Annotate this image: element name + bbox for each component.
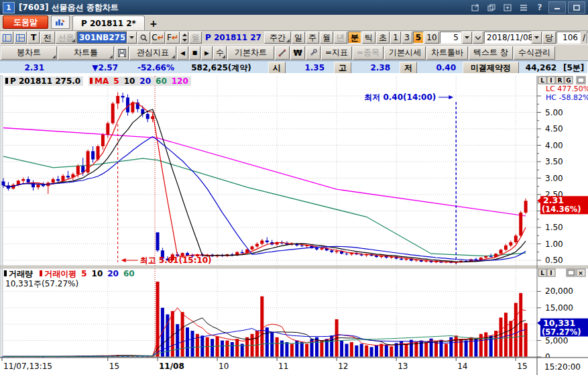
svg-text:5.00: 5.00	[545, 108, 563, 117]
svg-text:최고 5.61(15:10): 최고 5.61(15:10)	[140, 256, 212, 265]
date-dropdown-button[interactable]	[532, 32, 542, 44]
future-option-button[interactable]: F↵	[166, 32, 180, 44]
chart-plot-area[interactable]: 최고 5.61(15:10)최저 0.40(14:00)5.004.504.00…	[0, 73, 588, 375]
price-pane-legend: P 201811 275.0 MA5102060120	[4, 76, 194, 86]
candle-chart-button[interactable]: 봉차트	[1, 46, 57, 60]
period-day-button[interactable]: 일	[292, 32, 305, 44]
copy-window-icon[interactable]	[485, 2, 498, 13]
svg-text:1.00: 1.00	[545, 239, 563, 249]
seonop-button[interactable]: 선옵	[56, 32, 76, 44]
vma5-label: 5	[81, 269, 86, 278]
period-tick-button[interactable]: 틱	[362, 32, 375, 44]
volume-label: 거래량	[9, 269, 33, 278]
svg-text:I: I	[550, 270, 552, 276]
svg-text:10,331: 10,331	[543, 318, 575, 328]
add-window-icon[interactable]	[501, 2, 514, 13]
weekly-button[interactable]: 주간	[264, 32, 291, 44]
code-dropdown-button[interactable]	[127, 32, 137, 44]
app-window: 1 [7603] 선물옵션 종합차트 ? 도움말 P 201811 2* + T…	[0, 0, 588, 74]
interval-value-field[interactable]: 5	[440, 32, 461, 44]
chart-toolbar-button[interactable]: 차트툴바	[426, 46, 468, 60]
svg-text:14: 14	[457, 362, 467, 371]
basic-quote-button[interactable]: 기본시세	[384, 46, 426, 60]
call-option-button[interactable]: C↵	[151, 32, 165, 44]
layout-single-icon[interactable]	[1, 32, 13, 44]
window-list-icon[interactable]	[517, 2, 530, 13]
formula-manager-button[interactable]: 수식관리	[514, 46, 555, 60]
symbol-name-label: P 201811 27	[202, 33, 264, 42]
open-interest-label: 미결제약정	[463, 62, 519, 74]
period-week-button[interactable]: 주	[306, 32, 319, 44]
su-button[interactable]: 수	[213, 46, 227, 60]
period-second-button[interactable]: 초	[376, 32, 390, 44]
price-change: ▼2.57	[44, 63, 118, 72]
window-title: [7603] 선물옵션 종합차트	[19, 2, 119, 13]
svg-text:15: 15	[109, 362, 119, 371]
basic-chart-button[interactable]: 기본차트	[227, 46, 274, 60]
wrench-icon[interactable]	[306, 46, 320, 60]
volume-marker-icon	[4, 270, 7, 276]
chart-frame-button[interactable]: 차트틀	[58, 46, 114, 60]
period-minute-button[interactable]: 분	[348, 32, 361, 44]
minute-3-button[interactable]: 3	[402, 32, 412, 44]
ma120-label: 120	[172, 76, 188, 86]
layout-grid-icon[interactable]	[14, 32, 27, 44]
popout-window-icon[interactable]	[469, 2, 482, 13]
svg-text:15: 15	[517, 362, 527, 371]
series-name: P 201811 275.0	[10, 76, 80, 86]
symbol-spinner[interactable]	[180, 32, 188, 44]
svg-text:1.50: 1.50	[545, 223, 563, 232]
dang-button[interactable]: 당	[542, 32, 556, 44]
title-bar: 1 [7603] 선물옵션 종합차트 ?	[0, 0, 588, 15]
next-button[interactable]: ▶	[201, 46, 213, 60]
vma20-label: 20	[107, 269, 119, 278]
chevron-down-icon[interactable]	[473, 32, 483, 44]
svg-text:L: L	[540, 77, 544, 84]
minimize-button[interactable]	[548, 1, 566, 13]
search-icon[interactable]	[137, 32, 150, 44]
limit-up-pct: LC 477.50%	[546, 85, 588, 93]
stop-button[interactable]: ■	[189, 46, 200, 60]
ma20-label: 20	[139, 76, 151, 86]
prev-button[interactable]: ◀	[177, 46, 188, 60]
interest-indicator-button[interactable]: 관심지표	[129, 46, 176, 60]
minute-10-button[interactable]: 10	[424, 32, 439, 44]
won-button[interactable]: ₩	[290, 46, 305, 60]
chart-list-icon[interactable]	[51, 15, 70, 29]
ma10-label: 10	[124, 76, 135, 86]
tools-icon[interactable]	[275, 46, 290, 60]
svg-text:4.00: 4.00	[545, 141, 563, 150]
price-pane-buttons[interactable]: LIRG	[538, 76, 585, 84]
interval-dropdown-button[interactable]	[462, 32, 472, 44]
stock-toggle-button[interactable]: =종목	[353, 46, 384, 60]
svg-text:3.00: 3.00	[545, 174, 563, 183]
svg-text:5,000: 5,000	[545, 336, 568, 345]
help-icon[interactable]: ?	[533, 2, 546, 13]
month-small-button[interactable]: 월	[189, 32, 202, 44]
bar-count-field[interactable]: 106	[556, 32, 581, 44]
price-change-pct: -52.66%	[118, 63, 174, 72]
minute-1-button[interactable]: 1	[390, 32, 401, 44]
open-price: 1.35	[286, 63, 325, 72]
svg-text:0.50: 0.50	[545, 256, 563, 265]
svg-text:×: ×	[578, 270, 583, 276]
period-month-button[interactable]: 월	[320, 32, 333, 44]
maximize-button[interactable]	[568, 1, 585, 13]
text-window-button[interactable]: 텍스트 창	[469, 46, 513, 60]
minute-5-button[interactable]: 5	[413, 32, 424, 44]
save-icon[interactable]	[115, 46, 129, 60]
low-label: 저	[400, 62, 417, 74]
high-price: 2.38	[351, 63, 390, 72]
tab-active-p201811[interactable]: P 201811 2*	[72, 15, 145, 30]
text-tool-button[interactable]: T	[27, 32, 40, 44]
period-year-button[interactable]: 년	[334, 32, 347, 44]
indicator-toggle-button[interactable]: =지표	[321, 46, 352, 60]
date-field[interactable]: 2018/11/08	[484, 32, 531, 44]
symbol-code-input[interactable]	[77, 32, 127, 44]
quote-info-bar: 2.31 ▼2.57 -52.66% 582,625(계약) 시 1.35 고 …	[0, 60, 588, 74]
add-tab-button[interactable]: +	[145, 17, 162, 30]
jeon-button[interactable]: 전	[40, 32, 55, 44]
interval-badge: [5분]	[563, 62, 584, 74]
help-button[interactable]: 도움말	[3, 15, 48, 29]
svg-text:13: 13	[398, 362, 408, 371]
